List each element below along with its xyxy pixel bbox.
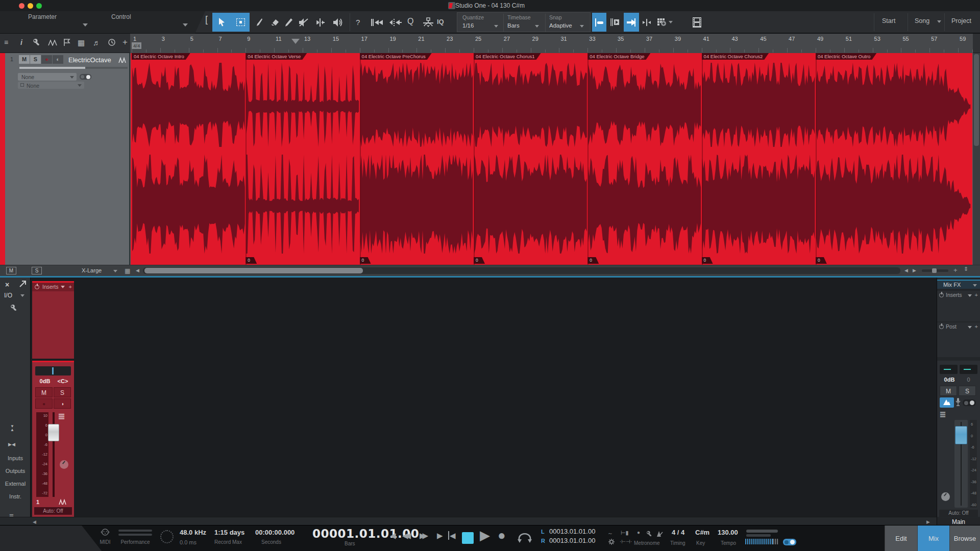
main-inserts-add-icon[interactable]: +: [975, 292, 978, 298]
event-gain-handle[interactable]: 0: [246, 257, 257, 264]
autoscroll-button[interactable]: [624, 13, 639, 32]
marker-range-icon[interactable]: ·⊢⊣·: [620, 539, 632, 544]
vscrollbar-thumb[interactable]: [974, 54, 979, 146]
inspector-icon[interactable]: i: [20, 38, 22, 46]
main-monitor-button[interactable]: [940, 397, 954, 408]
event-name-tab[interactable]: 04 Electric Octave Outro: [816, 53, 876, 60]
loop-start-value[interactable]: 00013.01.01.00: [549, 528, 595, 535]
precount-record-icon[interactable]: ●: [637, 530, 640, 535]
track-monitor-button[interactable]: ◐: [53, 55, 63, 64]
headphone-cue-toggle[interactable]: [783, 539, 796, 545]
fast-forward-button[interactable]: ▶▶: [420, 531, 425, 540]
track-record-arm-button[interactable]: ●: [41, 55, 52, 64]
main-pan-knob[interactable]: [941, 492, 950, 501]
zoom-right-arrow[interactable]: ▶: [913, 268, 916, 273]
paint-tool-button[interactable]: [282, 13, 296, 32]
metronome-icon[interactable]: [656, 531, 664, 537]
mixfx-header[interactable]: Mix FX: [937, 280, 980, 289]
channel-inserts-panel[interactable]: Inserts +: [32, 281, 74, 359]
timebase-dropdown-arrow[interactable]: [535, 25, 539, 28]
event-gain-handle[interactable]: 0: [360, 257, 371, 264]
snap-toggle-button[interactable]: [592, 13, 606, 32]
transport-wrench-icon[interactable]: [646, 531, 652, 537]
metronome-settings-gear-icon[interactable]: [608, 539, 615, 545]
console-nav-external[interactable]: External: [0, 481, 31, 487]
eraser-tool-button[interactable]: [267, 13, 282, 32]
inserts-power-icon[interactable]: [35, 285, 39, 289]
main-inserts-panel[interactable]: Inserts +: [937, 291, 980, 321]
zoom-left-arrow[interactable]: ◀: [904, 268, 908, 273]
close-console-icon[interactable]: ×: [5, 281, 9, 289]
macro-toolbar-button[interactable]: [656, 13, 674, 32]
vzoom-arrows-icon[interactable]: ⇕: [964, 266, 968, 272]
event-name-tab[interactable]: 04 Electric Octave PreChorus: [360, 53, 432, 60]
hzoom-slider[interactable]: [922, 269, 948, 272]
main-mute-button[interactable]: M: [940, 386, 957, 396]
timebase-value[interactable]: Bars: [507, 22, 520, 29]
track-insert-select[interactable]: None: [18, 73, 77, 81]
event-name-tab[interactable]: 04 Electric Octave Intro: [132, 53, 190, 60]
detach-console-icon[interactable]: [19, 281, 26, 287]
play-from-selection-button[interactable]: [369, 13, 386, 32]
event-name-tab[interactable]: 04 Electric Octave Bridge: [587, 53, 650, 60]
channel-options-icon[interactable]: ▬▬▬: [59, 412, 64, 418]
record-button[interactable]: ●: [498, 528, 506, 543]
io-dropdown-arrow[interactable]: [20, 294, 24, 297]
arrow-tool-button[interactable]: [212, 13, 231, 32]
video-button[interactable]: [689, 13, 704, 32]
zoom-in-icon[interactable]: +: [953, 266, 958, 274]
event-gain-handle[interactable]: 0: [816, 257, 827, 264]
inserts-dropdown-arrow[interactable]: [61, 286, 65, 288]
console-nav-inputs[interactable]: Inputs: [0, 455, 31, 461]
main-pan-value[interactable]: 0: [960, 377, 977, 383]
snap-dropdown-arrow[interactable]: [580, 25, 584, 28]
quantize-dropdown-arrow[interactable]: [494, 25, 498, 28]
track-mute-button[interactable]: M: [19, 55, 30, 64]
channel-strip[interactable]: 0dB <C> M S ● ◑ ▬▬▬ 1060-6-12-24-36-48-7…: [32, 361, 74, 517]
channel-editor-wrench-icon[interactable]: [10, 304, 17, 311]
loop-end-value[interactable]: 00013.01.01.00: [549, 537, 595, 544]
listen-tool-button[interactable]: [330, 13, 346, 32]
channel-mute-button[interactable]: M: [35, 387, 53, 397]
scroll-left-arrow[interactable]: ◀: [136, 268, 139, 273]
inserts-add-icon[interactable]: +: [69, 284, 72, 290]
performance-label[interactable]: Performance: [117, 539, 153, 545]
talkback-mic-icon[interactable]: [955, 397, 961, 407]
track-name[interactable]: ElectricOctave: [68, 56, 111, 64]
main-options-icon[interactable]: ▬▬▬: [940, 411, 945, 417]
ripple-edit-button[interactable]: [608, 13, 622, 32]
clock-time-value[interactable]: 00:00:00.000: [255, 529, 295, 536]
channel-pan-value[interactable]: <C>: [54, 378, 72, 384]
console-scroll-left-arrow[interactable]: ◀: [33, 519, 36, 524]
track-send-select[interactable]: None: [18, 82, 84, 89]
channel-pan-slider[interactable]: [35, 366, 71, 375]
loop-button[interactable]: [517, 531, 533, 543]
event-gain-handle[interactable]: 0: [587, 257, 599, 264]
play-button[interactable]: ▶: [480, 528, 490, 543]
marker-flag-icon[interactable]: [63, 38, 70, 46]
event-gain-handle[interactable]: 0: [702, 257, 713, 264]
arrange-horizontal-scrollbar[interactable]: [143, 267, 900, 274]
automation-icon[interactable]: [48, 40, 57, 46]
playhead-marker[interactable]: [291, 39, 300, 44]
hscrollbar-thumb[interactable]: [144, 268, 363, 273]
channel-volume-value[interactable]: 0dB: [35, 378, 55, 384]
bracket-tool-icon[interactable]: [: [205, 14, 208, 25]
metronome-label[interactable]: Metronome: [634, 540, 660, 546]
main-fader-handle[interactable]: [955, 426, 967, 444]
stop-button[interactable]: [462, 532, 474, 544]
console-scroll-right-arrow[interactable]: ▶: [926, 519, 930, 524]
track-header[interactable]: 1 M S ● ◐ ElectricOctave None None: [5, 53, 130, 265]
mute-tool-button[interactable]: [296, 13, 311, 32]
event-name-tab[interactable]: 04 Electric Octave Verse: [246, 53, 307, 60]
bend-tool-button[interactable]: [312, 13, 329, 32]
collapse-vertical-icon[interactable]: ▼▲: [10, 424, 14, 432]
timestretch-button[interactable]: [640, 13, 653, 32]
return-to-start-button[interactable]: ◀: [448, 531, 456, 540]
post-add-icon[interactable]: +: [975, 323, 978, 330]
channel-fader-handle[interactable]: [48, 424, 59, 441]
channel-pan-knob[interactable]: [60, 460, 68, 469]
event-gain-handle[interactable]: 0: [474, 257, 485, 264]
time-signature-value[interactable]: 4 / 4: [672, 529, 684, 536]
iq-input-quantize-label[interactable]: IQ: [437, 18, 444, 26]
